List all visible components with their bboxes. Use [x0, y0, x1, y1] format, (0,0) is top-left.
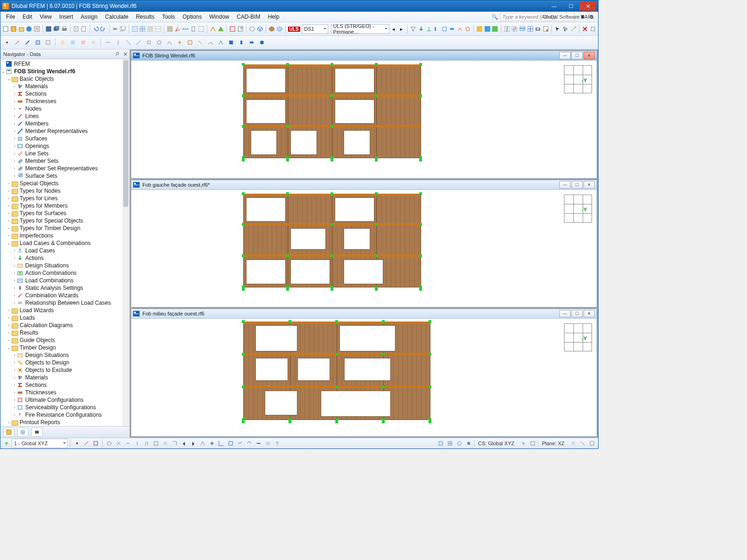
t16-icon[interactable]: [257, 38, 267, 47]
t7-icon[interactable]: [165, 38, 174, 47]
tree-item[interactable]: ›Types for Nodes: [0, 187, 129, 195]
new-block-icon[interactable]: [10, 24, 17, 34]
tree-item[interactable]: ›Openings: [0, 142, 129, 150]
child-maximize-icon[interactable]: ☐: [571, 181, 583, 189]
tree-item[interactable]: ›Member Set Representatives: [0, 165, 129, 172]
s4-icon[interactable]: [105, 440, 113, 447]
result3-icon[interactable]: [449, 24, 456, 34]
s16-icon[interactable]: [217, 440, 226, 447]
s12-icon[interactable]: ⏴: [180, 440, 188, 447]
child-minimize-icon[interactable]: —: [559, 310, 571, 317]
tree-item[interactable]: ›Types for Lines: [0, 195, 129, 202]
tree-item[interactable]: ›Thicknesses: [0, 98, 129, 105]
result1-icon[interactable]: [433, 24, 440, 34]
t2-icon[interactable]: [113, 38, 123, 47]
next-icon[interactable]: ▸: [398, 24, 405, 34]
t6-icon[interactable]: [155, 38, 164, 47]
fit-icon[interactable]: [229, 24, 236, 34]
load-icon[interactable]: [418, 24, 425, 34]
measure-icon[interactable]: [570, 24, 577, 34]
s5-icon[interactable]: [114, 440, 123, 447]
tree-item[interactable]: ›Loads: [0, 314, 129, 322]
t5-icon[interactable]: [144, 38, 154, 47]
tree-item[interactable]: ›Objects to Design: [0, 359, 129, 366]
window-tile-icon[interactable]: [503, 24, 510, 34]
cut-icon[interactable]: ✂: [112, 24, 119, 34]
tree-item[interactable]: ›Imperfections: [0, 232, 129, 239]
s21-icon[interactable]: [264, 440, 272, 447]
s10-icon[interactable]: [161, 440, 169, 447]
arrow2-icon[interactable]: [562, 24, 569, 34]
member-icon[interactable]: [23, 38, 32, 47]
coord-combo[interactable]: 1 - Global XYZ: [12, 439, 68, 448]
t13-icon[interactable]: [226, 38, 236, 47]
s18-icon[interactable]: [236, 440, 244, 447]
menu-edit[interactable]: Edit: [19, 12, 36, 21]
surface-icon[interactable]: [33, 38, 42, 47]
tree-item[interactable]: ›Relationship Between Load Cases: [0, 299, 129, 307]
tree-item[interactable]: ›Materials: [0, 83, 129, 90]
save-icon[interactable]: [45, 24, 52, 34]
report2-icon[interactable]: [80, 24, 87, 34]
tree-item[interactable]: ›Fire Resistance Configurations: [0, 411, 129, 419]
tree-item[interactable]: ›Sections: [0, 381, 129, 389]
tree-item[interactable]: ›Load Wizards: [0, 307, 129, 314]
calculate-icon[interactable]: [210, 24, 217, 34]
nav-data-icon[interactable]: [131, 24, 138, 34]
menu-options[interactable]: Options: [179, 12, 205, 21]
snap3-icon[interactable]: [455, 440, 464, 447]
child-maximize-icon[interactable]: ☐: [571, 52, 583, 59]
t8-icon[interactable]: [175, 38, 184, 47]
menu-results[interactable]: Results: [132, 12, 158, 21]
child-minimize-icon[interactable]: —: [559, 52, 571, 59]
plane-btn-icon[interactable]: [569, 440, 578, 447]
tree-item[interactable]: ›Line Sets: [0, 150, 129, 157]
t9-icon[interactable]: [185, 38, 195, 47]
s6-icon[interactable]: [124, 440, 132, 447]
delete-icon[interactable]: [582, 24, 589, 34]
nav-views-tab-icon[interactable]: [31, 427, 42, 437]
child-close-icon[interactable]: ✕: [584, 52, 595, 59]
print-icon[interactable]: [61, 24, 68, 34]
view-1[interactable]: -Y: [131, 61, 597, 178]
tree-item[interactable]: ⌄Timber Design: [0, 344, 129, 351]
tree-item[interactable]: ›Surfaces: [0, 135, 129, 142]
close-model-icon[interactable]: [34, 24, 41, 34]
tree-item[interactable]: ⌄FOB Stiring Wendel.rf6: [0, 68, 129, 75]
t4-icon[interactable]: [134, 38, 143, 47]
minimize-button[interactable]: —: [546, 1, 563, 11]
tree-item[interactable]: ›Member Representatives: [0, 127, 129, 135]
dimension-icon[interactable]: [182, 24, 189, 34]
link-icon[interactable]: [190, 24, 197, 34]
t14-icon[interactable]: [237, 38, 246, 47]
tree-item[interactable]: ›Lines: [0, 112, 129, 120]
s15-icon[interactable]: [208, 440, 216, 447]
tree-item[interactable]: ›Guide Objects: [0, 336, 129, 344]
snap1-icon[interactable]: [437, 440, 445, 447]
result2-icon[interactable]: [441, 24, 448, 34]
tree-item[interactable]: ›Types for Timber Design: [0, 224, 129, 232]
tree-item[interactable]: ›Thicknesses: [0, 389, 129, 396]
axes-icon[interactable]: [174, 24, 181, 34]
tree-item[interactable]: ›Actions: [0, 254, 129, 262]
tree-item[interactable]: ⌄Basic Objects: [0, 75, 129, 83]
tree-item[interactable]: ›Types for Special Objects: [0, 217, 129, 224]
tree-item[interactable]: ›Surface Sets: [0, 172, 129, 180]
zoom-icon[interactable]: [237, 24, 244, 34]
close-button[interactable]: ✕: [579, 1, 596, 11]
menu-help[interactable]: Help: [264, 12, 283, 21]
snap-icon[interactable]: [529, 440, 537, 447]
scrollbar[interactable]: [122, 59, 129, 426]
end2-icon[interactable]: [588, 440, 596, 447]
prtgr-icon[interactable]: [543, 24, 550, 34]
tree-item[interactable]: ›Nodes: [0, 105, 129, 112]
snap4-icon[interactable]: [465, 440, 473, 447]
tool-d-icon[interactable]: [89, 38, 98, 47]
tree-item[interactable]: ›Member Sets: [0, 157, 129, 165]
menu-file[interactable]: File: [2, 12, 19, 21]
camera-icon[interactable]: [535, 24, 542, 34]
s3-icon[interactable]: [92, 440, 100, 447]
copy-icon[interactable]: [120, 24, 127, 34]
arrow-icon[interactable]: [554, 24, 561, 34]
ortho-icon[interactable]: [519, 440, 528, 447]
